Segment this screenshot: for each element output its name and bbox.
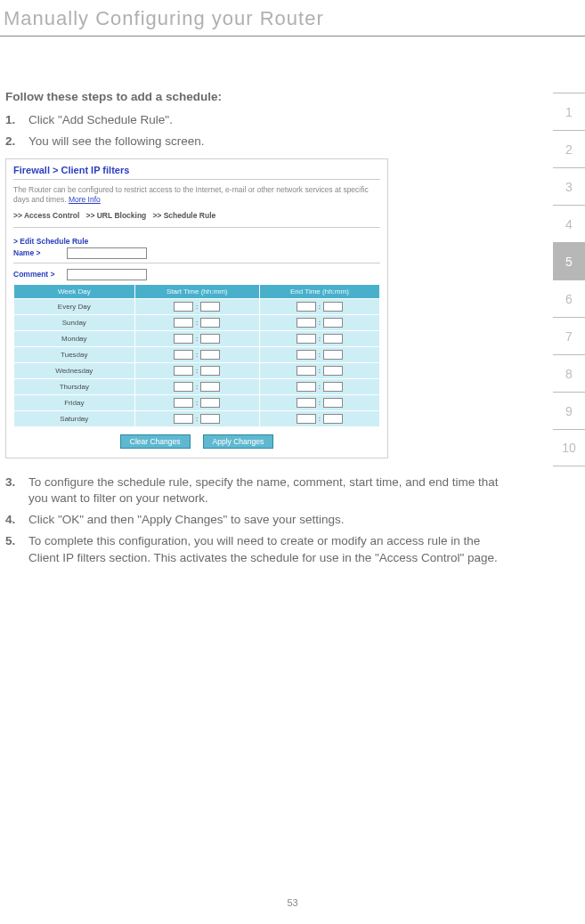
- time-separator: :: [319, 399, 321, 407]
- start-hour-input[interactable]: [174, 350, 193, 360]
- step-1: 1. Click "Add Schedule Rule".: [5, 112, 508, 128]
- start-min-input[interactable]: [200, 382, 220, 392]
- tab-1[interactable]: 1: [553, 93, 585, 130]
- scr-divider: [13, 227, 380, 228]
- time-separator: :: [319, 367, 321, 375]
- step-3: 3. To configure the schedule rule, speci…: [5, 474, 508, 507]
- page-title: Manually Configuring your Router: [0, 0, 585, 36]
- start-hour-input[interactable]: [174, 414, 193, 424]
- tab-5[interactable]: 5: [553, 242, 585, 280]
- step-text: To configure the schedule rule, specify …: [28, 474, 508, 507]
- end-hour-input[interactable]: [297, 366, 316, 376]
- end-min-input[interactable]: [323, 414, 343, 424]
- scr-desc-text: The Router can be configured to restrict…: [13, 185, 369, 203]
- day-cell: Friday: [14, 394, 135, 410]
- start-hour-input[interactable]: [174, 398, 193, 408]
- table-row: Sunday::: [14, 314, 380, 330]
- end-min-input[interactable]: [323, 350, 343, 360]
- end-hour-input[interactable]: [297, 414, 316, 424]
- table-row: Friday::: [14, 394, 380, 410]
- name-label: Name >: [13, 248, 61, 257]
- end-min-input[interactable]: [323, 398, 343, 408]
- start-min-input[interactable]: [200, 334, 220, 344]
- tab-4[interactable]: 4: [553, 205, 585, 242]
- end-hour-input[interactable]: [297, 302, 316, 312]
- table-row: Tuesday::: [14, 346, 380, 362]
- tab-10[interactable]: 10: [553, 429, 585, 466]
- start-time-cell: :: [134, 298, 259, 314]
- nav-url-blocking[interactable]: >> URL Blocking: [85, 211, 146, 220]
- end-hour-input[interactable]: [297, 382, 316, 392]
- start-min-input[interactable]: [200, 366, 220, 376]
- step-text: Click "Add Schedule Rule".: [28, 112, 508, 128]
- tab-8[interactable]: 8: [553, 354, 585, 392]
- tab-3[interactable]: 3: [553, 167, 585, 205]
- start-min-input[interactable]: [200, 398, 220, 408]
- schedule-tbody: Every Day::Sunday::Monday::Tuesday::Wedn…: [14, 298, 380, 426]
- table-row: Saturday::: [14, 410, 380, 426]
- end-min-input[interactable]: [323, 366, 343, 376]
- start-hour-input[interactable]: [174, 366, 193, 376]
- start-hour-input[interactable]: [174, 334, 193, 344]
- comment-label: Comment >: [13, 270, 61, 279]
- section-tabs: 1 2 3 4 5 6 7 8 9 10: [553, 93, 585, 466]
- end-time-cell: :: [259, 378, 379, 394]
- time-separator: :: [196, 319, 198, 327]
- time-separator: :: [319, 335, 321, 343]
- end-min-input[interactable]: [323, 318, 343, 328]
- step-4: 4. Click "OK" and then "Apply Changes" t…: [5, 512, 508, 528]
- start-hour-input[interactable]: [174, 302, 193, 312]
- nav-access-control[interactable]: >> Access Control: [13, 211, 79, 220]
- end-time-cell: :: [259, 362, 379, 378]
- table-row: Monday::: [14, 330, 380, 346]
- tab-9[interactable]: 9: [553, 392, 585, 429]
- table-row: Wednesday::: [14, 362, 380, 378]
- name-input[interactable]: [67, 247, 147, 259]
- time-separator: :: [319, 319, 321, 327]
- end-hour-input[interactable]: [297, 398, 316, 408]
- col-end-time: End Time (hh:mm): [259, 284, 379, 298]
- more-info-link[interactable]: More Info: [69, 195, 101, 204]
- time-separator: :: [319, 303, 321, 311]
- end-hour-input[interactable]: [297, 334, 316, 344]
- day-cell: Monday: [14, 330, 135, 346]
- col-start-time: Start Time (hh:mm): [134, 284, 259, 298]
- end-hour-input[interactable]: [297, 350, 316, 360]
- start-hour-input[interactable]: [174, 318, 193, 328]
- day-cell: Sunday: [14, 314, 135, 330]
- end-min-input[interactable]: [323, 302, 343, 312]
- start-min-input[interactable]: [200, 414, 220, 424]
- start-min-input[interactable]: [200, 302, 220, 312]
- end-min-input[interactable]: [323, 382, 343, 392]
- edit-schedule-heading: > Edit Schedule Rule: [6, 231, 387, 246]
- end-time-cell: :: [259, 410, 379, 426]
- clear-changes-button[interactable]: Clear Changes: [120, 434, 191, 449]
- time-separator: :: [196, 367, 198, 375]
- end-time-cell: :: [259, 394, 379, 410]
- tab-7[interactable]: 7: [553, 317, 585, 354]
- start-min-input[interactable]: [200, 318, 220, 328]
- time-separator: :: [196, 303, 198, 311]
- apply-changes-button[interactable]: Apply Changes: [203, 434, 274, 449]
- col-weekday: Week Day: [14, 284, 135, 298]
- tab-6[interactable]: 6: [553, 280, 585, 317]
- step-number: 5.: [5, 533, 28, 565]
- step-text: Click "OK" and then "Apply Changes" to s…: [28, 512, 508, 528]
- time-separator: :: [196, 415, 198, 423]
- intro-text: Follow these steps to add a schedule:: [5, 90, 508, 103]
- tab-2[interactable]: 2: [553, 130, 585, 167]
- table-row: Thursday::: [14, 378, 380, 394]
- start-hour-input[interactable]: [174, 382, 193, 392]
- start-min-input[interactable]: [200, 350, 220, 360]
- nav-schedule-rule[interactable]: >> Schedule Rule: [152, 211, 215, 220]
- end-hour-input[interactable]: [297, 318, 316, 328]
- comment-input[interactable]: [67, 269, 147, 280]
- scr-divider: [13, 263, 380, 263]
- time-separator: :: [196, 399, 198, 407]
- start-time-cell: :: [134, 346, 259, 362]
- day-cell: Thursday: [14, 378, 135, 394]
- step-2: 2. You will see the following screen.: [5, 134, 508, 150]
- end-min-input[interactable]: [323, 334, 343, 344]
- start-time-cell: :: [134, 410, 259, 426]
- start-time-cell: :: [134, 314, 259, 330]
